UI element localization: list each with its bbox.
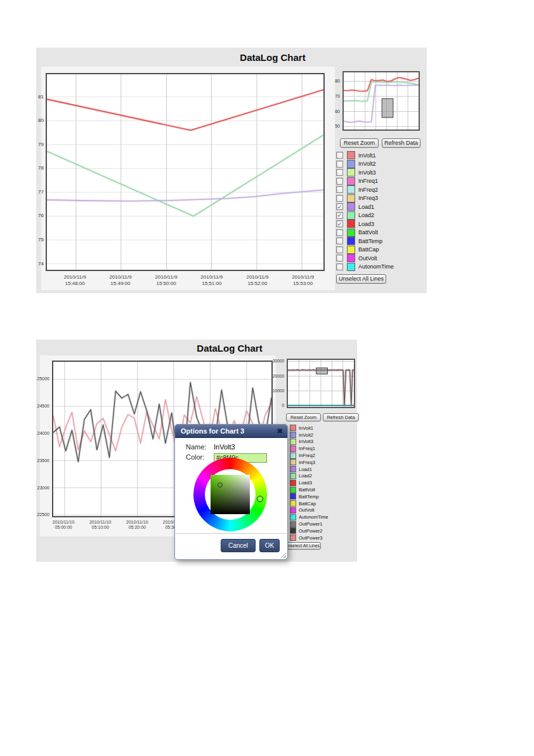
y-tick-label: 22500 (37, 512, 49, 517)
legend-label: Load3 (299, 480, 312, 486)
overview-mini-chart[interactable] (342, 71, 420, 131)
legend-color-swatch[interactable] (347, 263, 355, 271)
close-icon[interactable]: ✖ (277, 425, 283, 438)
x-tick-label: 2010/11/915:53:00 (292, 274, 314, 287)
legend-label: Load2 (299, 473, 312, 479)
legend-color-swatch[interactable] (347, 202, 355, 211)
y-tick-label: 20000 (273, 374, 284, 379)
legend-color-swatch[interactable] (290, 514, 296, 521)
chart-canvas (344, 72, 419, 129)
mini-chart-y-labels: 3000020000100000 (268, 359, 285, 408)
legend-checkbox[interactable] (336, 229, 343, 236)
legend-label: BattTemp (299, 494, 319, 500)
y-tick-label: 25000 (37, 376, 49, 381)
legend-color-swatch[interactable] (290, 521, 296, 527)
legend-label: BattTemp (358, 238, 382, 244)
y-tick-label: 24500 (37, 404, 49, 409)
legend-row: InVolt3 (336, 168, 394, 177)
x-tick-label: 2010/11/1005:00:00 (53, 520, 75, 530)
x-tick-label: 2010/11/915:49:00 (109, 274, 131, 287)
legend-color-swatch[interactable] (347, 254, 355, 262)
chart-canvas (288, 360, 354, 407)
name-row: Name: InVolt3 (186, 443, 235, 451)
legend-label: BattCap (358, 246, 379, 253)
reset-zoom-button[interactable]: Reset Zoom (340, 138, 379, 148)
legend-checkbox[interactable]: ✓ (336, 220, 343, 227)
hue-marker-icon[interactable] (257, 496, 263, 502)
overview-mini-chart[interactable] (287, 359, 355, 408)
legend-row: AutonomTime (336, 263, 394, 272)
y-tick-label: 23000 (37, 486, 49, 491)
legend-row: InFreq3 (336, 194, 394, 203)
legend-checkbox[interactable]: ✓ (336, 203, 343, 210)
legend-checkbox[interactable] (336, 263, 343, 270)
legend-color-swatch[interactable] (290, 473, 296, 479)
y-tick-label: 23500 (37, 458, 49, 463)
legend-row: BattVolt (336, 229, 394, 237)
legend-label: OutVolt (299, 507, 315, 513)
legend-label: BattVolt (299, 487, 315, 493)
legend-color-swatch[interactable] (347, 237, 355, 245)
cancel-button[interactable]: Cancel (221, 539, 256, 552)
legend-row: ✓ Load1 (336, 202, 394, 211)
legend-label: InFreq3 (299, 460, 315, 465)
refresh-data-button[interactable]: Refresh Data (323, 413, 359, 421)
main-chart-plot[interactable] (46, 73, 325, 271)
legend-color-swatch[interactable] (347, 168, 355, 176)
legend-checkbox[interactable] (336, 237, 343, 244)
saturation-value-square[interactable] (211, 475, 250, 514)
x-tick-label: 2010/11/915:50:00 (155, 274, 178, 287)
legend-color-swatch[interactable] (347, 177, 355, 185)
dialog-titlebar[interactable]: Options for Chart 3 ✖ (175, 425, 287, 438)
legend-color-swatch[interactable] (347, 151, 355, 159)
legend-color-swatch[interactable] (347, 211, 355, 220)
legend-color-swatch[interactable] (290, 446, 296, 452)
legend-color-swatch[interactable] (290, 487, 296, 493)
y-tick-label: 76 (38, 213, 44, 218)
legend-color-swatch[interactable] (290, 432, 296, 438)
page-title: DataLog Chart (36, 52, 427, 63)
legend-color-swatch[interactable] (347, 194, 355, 202)
legend-row: InFreq1 (336, 177, 394, 186)
color-wheel[interactable] (193, 458, 267, 531)
unselect-all-lines-button[interactable]: Unselect All Lines (283, 542, 321, 550)
reset-zoom-button[interactable]: Reset Zoom (286, 413, 321, 421)
legend-color-swatch[interactable] (290, 453, 296, 459)
legend-checkbox[interactable] (336, 246, 343, 253)
legend-color-swatch[interactable] (290, 439, 296, 445)
x-tick-label: 2010/11/1005:10:00 (89, 520, 112, 530)
legend-color-swatch[interactable] (290, 425, 296, 431)
x-tick-label: 2010/11/915:52:00 (246, 274, 268, 287)
x-axis-labels: 2010/11/915:48:002010/11/915:49:002010/1… (46, 274, 325, 288)
legend-color-swatch[interactable] (290, 527, 296, 534)
legend-color-swatch[interactable] (290, 534, 296, 541)
legend-checkbox[interactable] (336, 255, 343, 262)
legend-color-swatch[interactable] (290, 459, 296, 465)
legend-color-swatch[interactable] (290, 493, 296, 500)
legend-checkbox[interactable] (336, 186, 343, 193)
y-tick-label: 78 (38, 166, 44, 171)
legend-color-swatch[interactable] (290, 466, 296, 472)
legend-color-swatch[interactable] (290, 507, 296, 514)
legend-checkbox[interactable] (336, 169, 343, 176)
legend-color-swatch[interactable] (347, 246, 355, 254)
legend-color-swatch[interactable] (290, 500, 296, 507)
legend-color-swatch[interactable] (347, 229, 355, 237)
unselect-all-lines-button[interactable]: Unselect All Lines (336, 274, 386, 284)
x-tick-label: 2010/11/915:51:00 (200, 274, 223, 287)
legend-color-swatch[interactable] (347, 160, 355, 168)
legend-color-swatch[interactable] (290, 480, 296, 486)
page-title: DataLog Chart (36, 343, 357, 354)
legend-checkbox[interactable] (336, 161, 343, 168)
ok-button[interactable]: OK (259, 539, 280, 552)
refresh-data-button[interactable]: Refresh Data (382, 138, 420, 148)
legend-checkbox[interactable] (336, 152, 343, 159)
legend-color-swatch[interactable] (347, 220, 355, 228)
sv-marker-icon[interactable] (218, 482, 223, 487)
legend-color-swatch[interactable] (347, 185, 355, 194)
legend-checkbox[interactable]: ✓ (336, 212, 343, 219)
y-tick-label: 74 (38, 262, 44, 267)
legend-label: OutPower3 (299, 535, 323, 541)
legend-checkbox[interactable] (336, 195, 343, 202)
legend-checkbox[interactable] (336, 178, 343, 185)
